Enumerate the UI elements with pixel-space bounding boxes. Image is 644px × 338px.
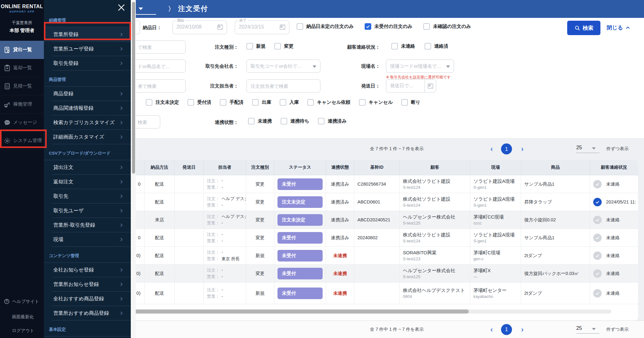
calendar-icon[interactable] [425,80,436,92]
menu-scrollbar[interactable] [131,0,136,338]
page-1-button[interactable]: 1 [501,144,512,155]
table-row[interactable]: 配送注文：ヘルプ デスク営業：-変更注文未決定連携済みABCD0601株式会社ソ… [94,193,638,211]
checkbox-unchecked[interactable] [246,43,253,50]
status-accepted-checkbox[interactable]: 受付済 [187,99,211,106]
checkbox-unchecked[interactable] [281,118,287,124]
next-page-button[interactable]: › [521,325,524,334]
menu-item-client[interactable]: 取引先 [44,189,131,203]
sidebar-footer-help-site[interactable]: ヘルプサイト [4,298,39,304]
prev-page-button[interactable]: ‹ [490,145,493,153]
search-button[interactable]: 検索 [567,21,600,35]
menu-scrollbar-thumb[interactable] [132,2,135,174]
checkbox-checked[interactable] [365,23,371,30]
page-1-button[interactable]: 1 [501,324,512,335]
next-page-button[interactable]: › [521,145,524,153]
contact-unchecked-icon[interactable] [593,289,602,298]
order-staff-input[interactable] [246,79,320,92]
delivery-date-end-input[interactable]: 終了 2024/10/15 [235,20,289,34]
delivery-date-start-input[interactable]: 開始 2024/10/08 [172,20,227,34]
menu-item-rental-order[interactable]: 貸出注文 [44,160,131,175]
prev-page-button[interactable]: ‹ [490,325,493,334]
link-linked-checkbox[interactable]: 連携済み [318,118,346,124]
menu-item-client-register[interactable]: 取引先登録 [44,56,131,71]
sidebar-item-message[interactable]: メッセージ [0,114,44,132]
close-icon[interactable] [117,3,126,12]
checkbox-unchecked[interactable] [274,43,281,50]
client-company-select[interactable]: 取引先コードor会社で… [246,60,320,73]
checkbox-unchecked[interactable] [187,99,194,106]
page-size-select[interactable]: 25 [576,145,599,153]
table-row[interactable]: 来店注文：ヘルプ デスク営業：-変更注文未決定連携済みABCD20240521ヘ… [94,211,638,229]
sidebar-item-estimate-list[interactable]: 見積一覧 [0,77,44,95]
menu-item-office-notice-register[interactable]: 営業所お知らせ登録 [44,277,131,292]
menu-item-return-order[interactable]: 返却注文 [44,175,131,189]
status-badge[interactable]: 未受付 [277,250,323,261]
contact-unchecked-icon[interactable] [593,180,602,188]
menu-item-office-client-register[interactable]: 営業所-取引先登録 [44,218,131,232]
site-name-select[interactable]: 現場コードor現場名で… [386,60,454,73]
checkbox-unchecked[interactable] [297,23,303,30]
sidebar-footer-screen-refresh[interactable]: 画面最新化 [12,314,34,320]
status-order-undecided-checkbox[interactable]: 注文未決定 [146,99,179,106]
status-badge[interactable]: 未受付 [277,178,323,190]
sidebar-footer-logout[interactable]: ログアウト [12,328,34,334]
filter-delivery-date-tbd-checkbox[interactable]: 納品日未定の注文のみ [297,23,354,30]
status-badge[interactable]: 注文未決定 [277,196,323,208]
status-badge[interactable]: 注文未決定 [277,214,323,226]
sidebar-item-rental-list[interactable]: 貸出一覧 [0,41,44,59]
page-size-select[interactable]: 25 [576,325,599,334]
checkbox-unchecked[interactable] [401,99,408,106]
status-stored-checkbox[interactable]: 入庫 [280,99,299,106]
status-shipped-checkbox[interactable]: 出庫 [252,99,271,106]
contact-unchecked-icon[interactable] [593,251,602,260]
menu-item-product-related-info-register[interactable]: 商品関連情報登録 [44,101,131,115]
link-not-linked-checkbox[interactable]: 未連携 [248,118,272,124]
menu-item-search-category-customize[interactable]: 検索カテゴリカスタマイズ [44,115,131,130]
status-cancel-request-checkbox[interactable]: キャンセル依頼 [307,99,351,106]
contact-contacted-checkbox[interactable]: 連絡済 [425,43,448,50]
contact-unchecked-icon[interactable] [593,216,602,224]
filter-unconfirmed-only-checkbox[interactable]: 未確認の注文のみ [423,23,471,30]
menu-item-product-register[interactable]: 商品登録 [44,87,131,101]
menu-item-office-recommend-register[interactable]: 営業所おすすめ商品登録 [44,306,131,320]
sidebar-item-system-management[interactable]: システム管理› [0,132,44,150]
status-arranged-checkbox[interactable]: 手配済 [220,99,244,106]
status-cancel-checkbox[interactable]: キャンセル [359,99,393,106]
table-row[interactable]: 0配送注文：-営業：-変更未受付連携済み20240802株式会社ソラビト建設S-… [94,229,638,247]
table-row[interactable]: 0)配送注文：-営業：-新規未受付未連携株式会社ヘルプデスクテスト0804茅場町… [94,283,638,304]
contact-not-contacted-checkbox[interactable]: 未連絡 [391,43,415,50]
checkbox-unchecked[interactable] [425,43,431,50]
menu-item-site[interactable]: 現場 [44,232,131,247]
menu-item-company-recommend-register[interactable]: 全社おすすめ商品登録 [44,292,131,306]
checkbox-unchecked[interactable] [391,43,398,50]
table-row[interactable]: 0)配送注文：-営業：-変更未受付未連携ヘルプセンター株式会社S-test125… [94,265,638,283]
status-badge[interactable]: 未受付 [277,288,323,299]
checkbox-unchecked[interactable] [318,118,325,124]
menu-item-client-user[interactable]: 取引先ユーザ [44,203,131,218]
status-badge[interactable]: 未受付 [277,268,323,279]
menu-item-sales-office-register[interactable]: 営業所登録 [44,27,131,42]
status-badge[interactable]: 未受付 [277,232,323,244]
menu-item-detail-screen-customize[interactable]: 詳細画面カスタマイズ [44,130,131,144]
calendar-icon[interactable] [279,24,287,31]
calendar-icon[interactable] [217,24,224,31]
table-row[interactable]: 0)配送注文：-営業：東京 所長新規未受付未連携SORABITO興業S-test… [94,247,638,265]
horizontal-scrollbar-thumb[interactable] [94,309,469,314]
checkbox-unchecked[interactable] [248,118,255,124]
contact-unchecked-icon[interactable] [593,269,602,278]
order-type-new-checkbox[interactable]: 新規 [246,43,266,50]
checkbox-unchecked[interactable] [307,99,314,106]
checkbox-unchecked[interactable] [252,99,259,106]
link-link-waiting-checkbox[interactable]: 連携待ち [281,118,309,124]
order-type-change-checkbox[interactable]: 変更 [274,43,293,50]
checkbox-unchecked[interactable] [220,99,226,106]
horizontal-scrollbar[interactable] [94,309,611,314]
sidebar-item-operation-management[interactable]: 稼働管理 [0,95,44,114]
app-logo[interactable]: ONLINE RENTAL SUPPORT APP [0,0,44,13]
menu-item-sales-office-user-register[interactable]: 営業所ユーザ登録 [44,42,131,56]
chevron-down-icon[interactable] [139,8,143,10]
status-decline-checkbox[interactable]: 断り [401,99,420,106]
contact-checked-icon[interactable] [593,198,602,206]
menu-item-company-notice-register[interactable]: 全社お知らせ登録 [44,263,131,277]
sidebar-item-return-list[interactable]: 返却一覧 [0,59,44,77]
